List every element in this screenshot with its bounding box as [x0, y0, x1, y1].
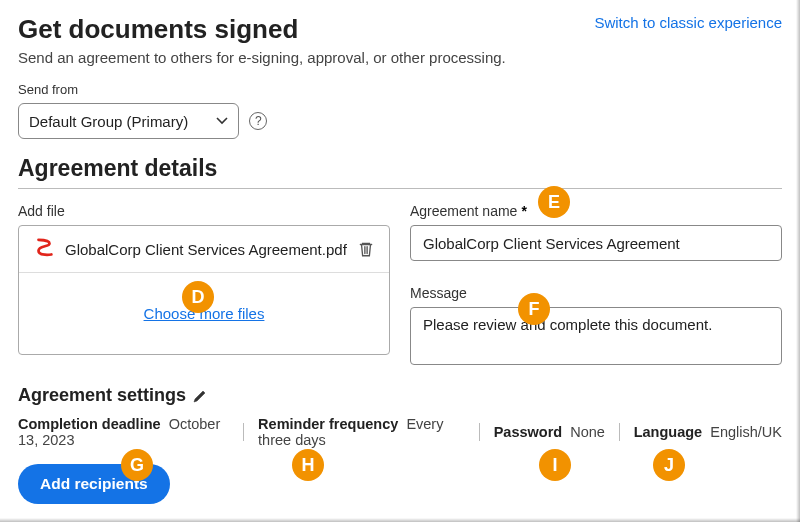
reminder-frequency-label: Reminder frequency [258, 416, 398, 432]
section-rule [18, 188, 782, 189]
divider [243, 423, 244, 441]
settings-row: Completion deadline October 13, 2023 Rem… [18, 416, 782, 448]
file-row: GlobalCorp Client Services Agreement.pdf [19, 226, 389, 273]
page-subtitle: Send an agreement to others for e-signin… [18, 49, 506, 66]
add-file-label: Add file [18, 203, 390, 219]
page-title: Get documents signed [18, 14, 506, 45]
send-from-label: Send from [18, 82, 782, 97]
send-from-value: Default Group (Primary) [29, 113, 188, 130]
choose-more-files-link[interactable]: Choose more files [144, 305, 265, 322]
file-name: GlobalCorp Client Services Agreement.pdf [65, 241, 357, 258]
send-from-dropdown[interactable]: Default Group (Primary) [18, 103, 239, 139]
help-icon[interactable]: ? [249, 112, 267, 130]
chevron-down-icon [216, 117, 228, 125]
completion-deadline-label: Completion deadline [18, 416, 161, 432]
message-label: Message [410, 285, 782, 301]
password-label: Password [494, 424, 563, 440]
password-value: None [570, 424, 605, 440]
pdf-icon [33, 238, 55, 260]
language-value: English/UK [710, 424, 782, 440]
agreement-details-heading: Agreement details [18, 155, 782, 182]
language-label: Language [634, 424, 702, 440]
file-box: GlobalCorp Client Services Agreement.pdf… [18, 225, 390, 355]
agreement-name-input[interactable] [410, 225, 782, 261]
pencil-icon[interactable] [192, 388, 208, 404]
add-recipients-button[interactable]: Add recipients [18, 464, 170, 504]
switch-classic-link[interactable]: Switch to classic experience [594, 14, 782, 31]
trash-icon[interactable] [357, 240, 375, 258]
agreement-name-label: Agreement name* [410, 203, 782, 219]
divider [479, 423, 480, 441]
message-textarea[interactable]: Please review and complete this document… [410, 307, 782, 365]
agreement-settings-heading: Agreement settings [18, 385, 186, 406]
required-indicator: * [521, 203, 526, 219]
divider [619, 423, 620, 441]
